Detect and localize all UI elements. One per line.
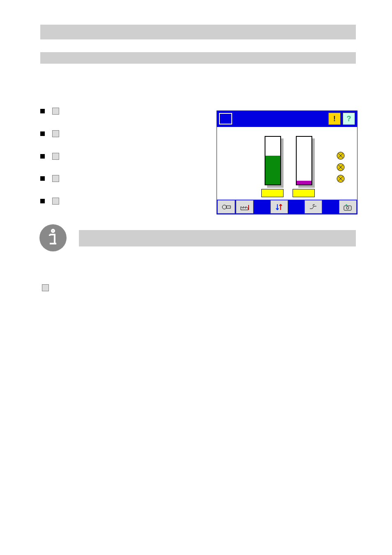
hmi-header-box bbox=[219, 113, 232, 124]
footer-updown-button[interactable] bbox=[270, 200, 288, 214]
tanks-icon bbox=[42, 284, 49, 291]
tank-b bbox=[296, 136, 321, 185]
list-item bbox=[40, 175, 213, 184]
indicator-lamp-icon bbox=[337, 163, 345, 171]
bullet-icon bbox=[40, 176, 45, 181]
info-note bbox=[39, 224, 356, 251]
question-mark-icon: ? bbox=[347, 115, 351, 123]
tank-a bbox=[265, 136, 289, 185]
info-note-text bbox=[79, 230, 356, 246]
svg-point-15 bbox=[346, 204, 347, 206]
bullet-icon bbox=[40, 109, 45, 113]
help-button[interactable]: ? bbox=[343, 113, 355, 125]
hmi-footer bbox=[217, 200, 357, 214]
footer-valve-button[interactable] bbox=[304, 200, 322, 214]
footer-adjust-button[interactable] bbox=[217, 200, 235, 214]
svg-rect-11 bbox=[226, 206, 231, 208]
bullet-icon bbox=[40, 199, 45, 203]
paragraph-after-info bbox=[40, 284, 357, 293]
hmi-screen: ! ? bbox=[217, 111, 357, 214]
footer-factory-button[interactable] bbox=[236, 200, 254, 214]
warning-triangle-icon: ! bbox=[330, 114, 339, 124]
heading-2-text bbox=[40, 52, 356, 55]
indicator-lamp-icon bbox=[337, 175, 345, 183]
instruction-list bbox=[40, 108, 213, 206]
hmi-header: ! ? bbox=[217, 111, 357, 127]
tank-b-label bbox=[293, 189, 315, 197]
recycle-icon bbox=[52, 198, 59, 205]
footer-camera-button[interactable] bbox=[339, 200, 357, 214]
hmi-main bbox=[217, 127, 357, 200]
heading-bar-1 bbox=[0, 25, 392, 39]
instruction-column bbox=[40, 94, 213, 220]
indicator-lamps bbox=[337, 152, 345, 183]
factory-icon bbox=[52, 130, 59, 137]
alarm-button[interactable]: ! bbox=[328, 113, 341, 125]
bullet-icon bbox=[40, 154, 45, 159]
list-item bbox=[40, 108, 213, 116]
svg-point-0 bbox=[52, 230, 54, 232]
adjust-brg-icon bbox=[52, 108, 59, 115]
hand-icon bbox=[52, 175, 59, 182]
indicator-lamp-icon bbox=[337, 152, 345, 160]
tank-b-fill bbox=[297, 181, 311, 184]
list-item bbox=[40, 153, 213, 161]
list-item bbox=[40, 198, 213, 206]
bullet-icon bbox=[40, 131, 45, 136]
tank-a-label bbox=[261, 189, 284, 197]
info-icon bbox=[39, 224, 67, 251]
list-item bbox=[40, 130, 213, 139]
tank-a-fill bbox=[265, 156, 280, 184]
svg-point-10 bbox=[222, 205, 226, 209]
heading-bar-2 bbox=[0, 52, 392, 64]
svg-point-14 bbox=[346, 207, 349, 209]
up-down-arrows-icon bbox=[52, 153, 59, 160]
